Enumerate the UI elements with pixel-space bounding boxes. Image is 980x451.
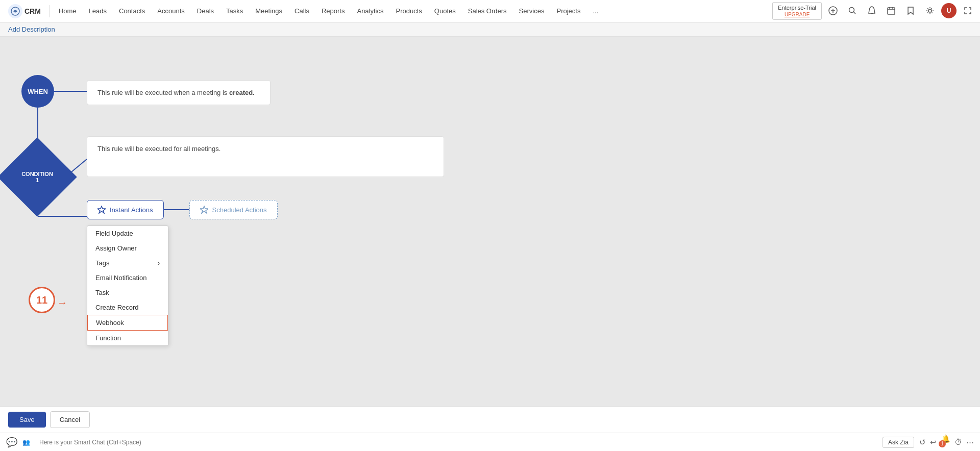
when-label: WHEN — [28, 88, 48, 95]
nav-projects[interactable]: Projects — [551, 4, 585, 18]
when-node[interactable]: WHEN — [21, 75, 54, 108]
svg-line-5 — [854, 12, 856, 14]
dropdown-item-webhook[interactable]: Webhook — [87, 315, 168, 331]
smart-chat-bar: 💬 👥 Ask Zia ↺ ↩ 🔔 1 ⏱ ⋯ — [0, 433, 980, 451]
condition-node[interactable] — [0, 137, 77, 217]
nav-sales-orders[interactable]: Sales Orders — [463, 4, 512, 18]
step-arrow-icon: → — [57, 297, 67, 309]
dropdown-item-function[interactable]: Function — [87, 331, 168, 345]
undo-icon[interactable]: ↩ — [930, 438, 937, 447]
create-button[interactable] — [825, 3, 841, 19]
crm-logo-icon — [8, 4, 22, 18]
cancel-button[interactable]: Cancel — [50, 411, 90, 428]
dropdown-item-tags[interactable]: Tags › — [87, 256, 168, 270]
topnav-right-section: Enterprise-Trial UPGRADE U — [772, 2, 976, 20]
step-indicator: 11 — [29, 287, 55, 313]
bookmarks-icon[interactable] — [902, 3, 919, 19]
instant-actions-label: Instant Actions — [110, 206, 153, 214]
dropdown-item-task[interactable]: Task — [87, 285, 168, 300]
scheduled-actions-label: Scheduled Actions — [212, 206, 267, 214]
nav-more[interactable]: ... — [587, 4, 603, 18]
nav-meetings[interactable]: Meetings — [250, 4, 287, 18]
save-bar: Save Cancel — [0, 406, 980, 433]
trial-badge[interactable]: Enterprise-Trial UPGRADE — [772, 2, 822, 20]
clock-icon[interactable]: ⏱ — [954, 438, 962, 446]
nav-reports[interactable]: Reports — [316, 4, 350, 18]
smart-chat-input[interactable] — [35, 437, 877, 448]
footer: Save Cancel 💬 👥 Ask Zia ↺ ↩ 🔔 1 ⏱ ⋯ — [0, 406, 980, 451]
dropdown-item-create-record[interactable]: Create Record — [87, 300, 168, 315]
svg-point-4 — [849, 8, 854, 13]
settings-icon[interactable] — [922, 3, 938, 19]
instant-actions-icon — [97, 206, 106, 214]
search-icon[interactable] — [844, 3, 861, 19]
rule-box-condition: This rule will be executed for all meeti… — [87, 136, 444, 177]
rule-text-1: This rule will be executed when a meetin… — [97, 89, 255, 96]
actions-dropdown: Field Update Assign Owner Tags › Email N… — [87, 225, 168, 346]
nav-divider — [49, 5, 50, 17]
svg-marker-18 — [200, 206, 208, 213]
upgrade-link[interactable]: UPGRADE — [778, 11, 816, 18]
nav-quotes[interactable]: Quotes — [429, 4, 461, 18]
nav-products[interactable]: Products — [391, 4, 427, 18]
action-connector — [164, 209, 189, 210]
smart-bar-right-icons: ↺ ↩ 🔔 1 ⏱ ⋯ — [919, 434, 974, 450]
nav-home[interactable]: Home — [54, 4, 82, 18]
smart-chat-icon[interactable]: 💬 — [6, 437, 17, 448]
app-name: CRM — [24, 7, 41, 15]
notification-badge: 1 — [939, 440, 946, 447]
nav-contacts[interactable]: Contacts — [114, 4, 150, 18]
nav-deals[interactable]: Deals — [192, 4, 219, 18]
rule-text-2: This rule will be executed for all meeti… — [97, 145, 220, 153]
refresh-icon[interactable]: ↺ — [919, 438, 926, 447]
contacts-icon[interactable]: 👥 — [22, 439, 30, 446]
expand-icon[interactable] — [960, 3, 976, 19]
nav-accounts[interactable]: Accounts — [152, 4, 189, 18]
add-description-link[interactable]: Add Description — [8, 26, 55, 33]
notifications-icon[interactable] — [864, 3, 880, 19]
scheduled-actions-icon — [200, 206, 208, 214]
smart-chat-left: 💬 👥 — [6, 437, 30, 448]
svg-marker-17 — [97, 206, 106, 213]
workflow-canvas: WHEN CONDITION 1 This rule will be execu… — [0, 37, 980, 424]
step-number: 11 — [36, 294, 47, 306]
app-logo[interactable]: CRM — [4, 4, 45, 18]
more-icon[interactable]: ⋯ — [966, 438, 974, 447]
add-description-bar: Add Description — [0, 22, 980, 37]
rule-box-when: This rule will be executed when a meetin… — [87, 80, 271, 105]
tags-arrow-icon: › — [158, 259, 160, 267]
dropdown-item-field-update[interactable]: Field Update — [87, 226, 168, 241]
nav-leads[interactable]: Leads — [84, 4, 112, 18]
trial-text: Enterprise-Trial — [778, 4, 816, 11]
nav-calls[interactable]: Calls — [289, 4, 314, 18]
calendar-icon[interactable] — [883, 3, 899, 19]
nav-services[interactable]: Services — [514, 4, 550, 18]
scheduled-actions-button[interactable]: Scheduled Actions — [189, 200, 278, 219]
user-avatar[interactable]: U — [941, 3, 957, 18]
save-button[interactable]: Save — [8, 412, 46, 428]
dropdown-item-email-notification[interactable]: Email Notification — [87, 270, 168, 285]
nav-analytics[interactable]: Analytics — [352, 4, 388, 18]
instant-actions-button[interactable]: Instant Actions — [87, 200, 164, 219]
nav-tasks[interactable]: Tasks — [221, 4, 248, 18]
top-navigation: CRM Home Leads Contacts Accounts Deals T… — [0, 0, 980, 22]
svg-rect-7 — [888, 8, 895, 14]
ask-zia-button[interactable]: Ask Zia — [883, 437, 914, 448]
dropdown-item-assign-owner[interactable]: Assign Owner — [87, 241, 168, 256]
action-row: Instant Actions Scheduled Actions — [87, 200, 278, 219]
svg-point-11 — [928, 9, 932, 12]
